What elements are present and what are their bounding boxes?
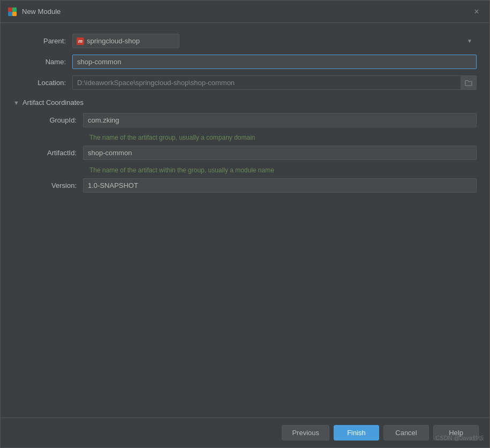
section-collapse-arrow-icon: ▼	[13, 100, 19, 106]
location-label: Location:	[13, 79, 72, 87]
groupid-label: GroupId:	[24, 116, 83, 124]
artifactid-row: ArtifactId:	[24, 146, 477, 160]
groupid-input[interactable]	[83, 113, 477, 127]
location-input[interactable]	[72, 75, 477, 90]
parent-label: Parent:	[13, 37, 72, 45]
new-module-dialog: New Module × Parent: m springcloud-shop …	[0, 0, 490, 448]
name-input[interactable]	[72, 55, 477, 69]
version-input[interactable]	[83, 178, 477, 193]
browse-folder-button[interactable]	[461, 75, 477, 90]
version-field-wrapper	[83, 178, 477, 193]
dialog-title: New Module	[22, 7, 470, 16]
parent-row: Parent: m springcloud-shop ▼ .dropdown-s…	[13, 34, 477, 48]
artifactid-field-wrapper	[83, 146, 477, 160]
groupid-row: GroupId:	[24, 113, 477, 127]
artifact-section-header[interactable]: ▼ Artifact Coordinates	[13, 98, 477, 107]
svg-rect-0	[8, 7, 12, 12]
artifact-section-title: Artifact Coordinates	[22, 98, 84, 107]
groupid-field-wrapper	[83, 113, 477, 127]
svg-rect-1	[12, 7, 17, 12]
artifact-section-content: GroupId: The name of the artifact group,…	[13, 113, 477, 193]
dialog-footer: Previous Finish Cancel Help	[1, 417, 489, 447]
name-row: Name:	[13, 55, 477, 69]
dropdown-arrow-icon: ▼	[467, 38, 472, 44]
version-row: Version:	[24, 178, 477, 193]
groupid-hint: The name of the artifact group, usually …	[83, 134, 477, 141]
artifactid-label: ArtifactId:	[24, 149, 83, 157]
svg-rect-2	[8, 12, 12, 16]
help-button[interactable]: Help	[433, 425, 479, 441]
version-label: Version:	[24, 181, 83, 189]
cancel-button[interactable]: Cancel	[383, 425, 429, 441]
location-field-wrapper	[72, 75, 477, 90]
artifactid-hint: The name of the artifact within the grou…	[83, 166, 477, 174]
dialog-content: Parent: m springcloud-shop ▼ .dropdown-s…	[1, 23, 489, 417]
parent-dropdown-wrapper: m springcloud-shop ▼ .dropdown-select op…	[72, 34, 477, 48]
artifactid-input[interactable]	[83, 146, 477, 160]
title-bar: New Module ×	[1, 1, 489, 23]
finish-button[interactable]: Finish	[334, 425, 379, 441]
location-row: Location:	[13, 75, 477, 90]
name-label: Name:	[13, 58, 72, 66]
parent-dropdown[interactable]: springcloud-shop	[72, 34, 179, 48]
svg-rect-3	[12, 12, 17, 16]
name-field-wrapper	[72, 55, 477, 69]
dialog-icon	[7, 6, 18, 17]
close-button[interactable]: ×	[470, 5, 483, 18]
previous-button[interactable]: Previous	[282, 425, 329, 441]
